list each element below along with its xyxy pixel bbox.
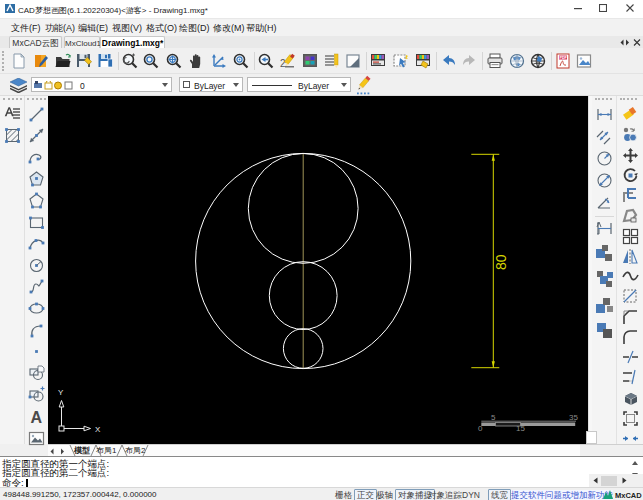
svg-text:Y: Y [58,388,64,397]
svg-text:X: X [95,425,101,434]
svg-text:PDF: PDF [559,56,567,60]
svg-text:80: 80 [493,254,509,270]
svg-text:35: 35 [569,413,578,422]
svg-text:A: A [30,409,42,425]
svg-text:5: 5 [491,413,496,422]
